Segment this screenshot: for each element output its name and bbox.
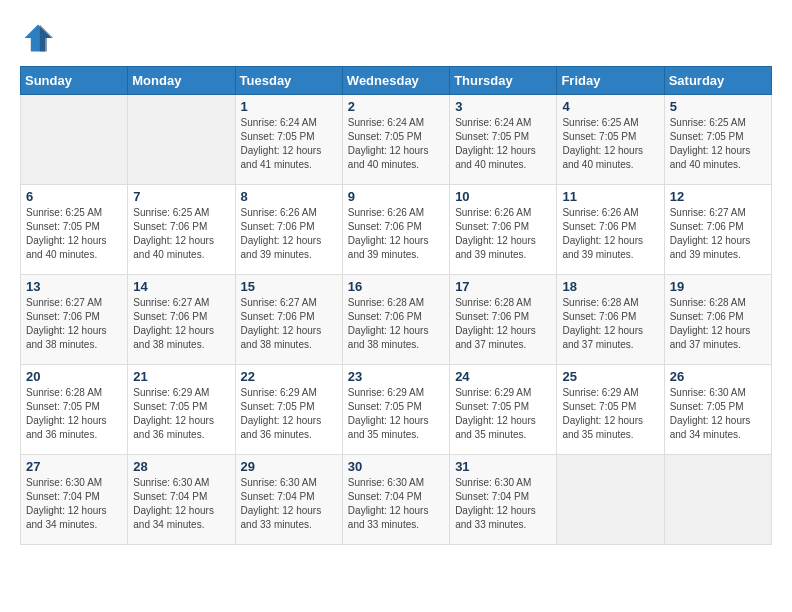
day-number: 6 [26,189,122,204]
day-info: Sunrise: 6:28 AMSunset: 7:05 PMDaylight:… [26,386,122,442]
calendar-cell: 30Sunrise: 6:30 AMSunset: 7:04 PMDayligh… [342,455,449,545]
day-info: Sunrise: 6:27 AMSunset: 7:06 PMDaylight:… [26,296,122,352]
day-info: Sunrise: 6:25 AMSunset: 7:05 PMDaylight:… [26,206,122,262]
day-number: 19 [670,279,766,294]
calendar-cell [21,95,128,185]
day-info: Sunrise: 6:30 AMSunset: 7:04 PMDaylight:… [133,476,229,532]
calendar-cell: 9Sunrise: 6:26 AMSunset: 7:06 PMDaylight… [342,185,449,275]
day-number: 20 [26,369,122,384]
day-number: 18 [562,279,658,294]
calendar-cell: 31Sunrise: 6:30 AMSunset: 7:04 PMDayligh… [450,455,557,545]
calendar-cell: 18Sunrise: 6:28 AMSunset: 7:06 PMDayligh… [557,275,664,365]
calendar-cell: 14Sunrise: 6:27 AMSunset: 7:06 PMDayligh… [128,275,235,365]
calendar-cell: 16Sunrise: 6:28 AMSunset: 7:06 PMDayligh… [342,275,449,365]
day-info: Sunrise: 6:24 AMSunset: 7:05 PMDaylight:… [455,116,551,172]
day-number: 27 [26,459,122,474]
day-info: Sunrise: 6:30 AMSunset: 7:05 PMDaylight:… [670,386,766,442]
page-header [20,20,772,56]
day-info: Sunrise: 6:30 AMSunset: 7:04 PMDaylight:… [26,476,122,532]
calendar-cell: 1Sunrise: 6:24 AMSunset: 7:05 PMDaylight… [235,95,342,185]
day-number: 25 [562,369,658,384]
calendar-cell [664,455,771,545]
day-info: Sunrise: 6:25 AMSunset: 7:06 PMDaylight:… [133,206,229,262]
svg-marker-1 [40,25,54,52]
calendar-table: SundayMondayTuesdayWednesdayThursdayFrid… [20,66,772,545]
day-number: 16 [348,279,444,294]
day-info: Sunrise: 6:28 AMSunset: 7:06 PMDaylight:… [670,296,766,352]
calendar-cell: 11Sunrise: 6:26 AMSunset: 7:06 PMDayligh… [557,185,664,275]
calendar-week-row: 1Sunrise: 6:24 AMSunset: 7:05 PMDaylight… [21,95,772,185]
weekday-header-wednesday: Wednesday [342,67,449,95]
calendar-cell: 20Sunrise: 6:28 AMSunset: 7:05 PMDayligh… [21,365,128,455]
day-number: 30 [348,459,444,474]
day-number: 24 [455,369,551,384]
calendar-week-row: 6Sunrise: 6:25 AMSunset: 7:05 PMDaylight… [21,185,772,275]
calendar-cell: 19Sunrise: 6:28 AMSunset: 7:06 PMDayligh… [664,275,771,365]
day-number: 23 [348,369,444,384]
day-info: Sunrise: 6:24 AMSunset: 7:05 PMDaylight:… [348,116,444,172]
calendar-cell: 25Sunrise: 6:29 AMSunset: 7:05 PMDayligh… [557,365,664,455]
day-info: Sunrise: 6:26 AMSunset: 7:06 PMDaylight:… [455,206,551,262]
day-info: Sunrise: 6:24 AMSunset: 7:05 PMDaylight:… [241,116,337,172]
logo-icon [20,20,56,56]
calendar-week-row: 20Sunrise: 6:28 AMSunset: 7:05 PMDayligh… [21,365,772,455]
day-number: 26 [670,369,766,384]
day-number: 10 [455,189,551,204]
day-info: Sunrise: 6:27 AMSunset: 7:06 PMDaylight:… [670,206,766,262]
day-number: 13 [26,279,122,294]
calendar-cell: 17Sunrise: 6:28 AMSunset: 7:06 PMDayligh… [450,275,557,365]
day-number: 21 [133,369,229,384]
day-number: 22 [241,369,337,384]
day-number: 28 [133,459,229,474]
day-number: 17 [455,279,551,294]
calendar-cell: 6Sunrise: 6:25 AMSunset: 7:05 PMDaylight… [21,185,128,275]
day-info: Sunrise: 6:26 AMSunset: 7:06 PMDaylight:… [562,206,658,262]
day-info: Sunrise: 6:27 AMSunset: 7:06 PMDaylight:… [241,296,337,352]
day-info: Sunrise: 6:29 AMSunset: 7:05 PMDaylight:… [562,386,658,442]
day-info: Sunrise: 6:29 AMSunset: 7:05 PMDaylight:… [455,386,551,442]
calendar-cell: 3Sunrise: 6:24 AMSunset: 7:05 PMDaylight… [450,95,557,185]
calendar-cell: 5Sunrise: 6:25 AMSunset: 7:05 PMDaylight… [664,95,771,185]
day-number: 11 [562,189,658,204]
calendar-cell: 28Sunrise: 6:30 AMSunset: 7:04 PMDayligh… [128,455,235,545]
day-number: 15 [241,279,337,294]
calendar-cell: 22Sunrise: 6:29 AMSunset: 7:05 PMDayligh… [235,365,342,455]
calendar-week-row: 27Sunrise: 6:30 AMSunset: 7:04 PMDayligh… [21,455,772,545]
day-info: Sunrise: 6:27 AMSunset: 7:06 PMDaylight:… [133,296,229,352]
weekday-header-sunday: Sunday [21,67,128,95]
calendar-cell: 8Sunrise: 6:26 AMSunset: 7:06 PMDaylight… [235,185,342,275]
day-info: Sunrise: 6:25 AMSunset: 7:05 PMDaylight:… [562,116,658,172]
logo [20,20,60,56]
day-number: 9 [348,189,444,204]
day-info: Sunrise: 6:30 AMSunset: 7:04 PMDaylight:… [348,476,444,532]
day-number: 3 [455,99,551,114]
day-number: 2 [348,99,444,114]
day-info: Sunrise: 6:26 AMSunset: 7:06 PMDaylight:… [348,206,444,262]
calendar-header-row: SundayMondayTuesdayWednesdayThursdayFrid… [21,67,772,95]
day-info: Sunrise: 6:25 AMSunset: 7:05 PMDaylight:… [670,116,766,172]
weekday-header-saturday: Saturday [664,67,771,95]
day-info: Sunrise: 6:26 AMSunset: 7:06 PMDaylight:… [241,206,337,262]
calendar-cell: 4Sunrise: 6:25 AMSunset: 7:05 PMDaylight… [557,95,664,185]
calendar-cell: 13Sunrise: 6:27 AMSunset: 7:06 PMDayligh… [21,275,128,365]
calendar-cell: 24Sunrise: 6:29 AMSunset: 7:05 PMDayligh… [450,365,557,455]
day-number: 12 [670,189,766,204]
calendar-cell: 23Sunrise: 6:29 AMSunset: 7:05 PMDayligh… [342,365,449,455]
calendar-cell: 12Sunrise: 6:27 AMSunset: 7:06 PMDayligh… [664,185,771,275]
day-info: Sunrise: 6:30 AMSunset: 7:04 PMDaylight:… [455,476,551,532]
calendar-cell: 29Sunrise: 6:30 AMSunset: 7:04 PMDayligh… [235,455,342,545]
calendar-cell: 2Sunrise: 6:24 AMSunset: 7:05 PMDaylight… [342,95,449,185]
day-info: Sunrise: 6:28 AMSunset: 7:06 PMDaylight:… [455,296,551,352]
day-number: 31 [455,459,551,474]
day-number: 1 [241,99,337,114]
day-number: 8 [241,189,337,204]
day-info: Sunrise: 6:29 AMSunset: 7:05 PMDaylight:… [241,386,337,442]
day-number: 7 [133,189,229,204]
day-info: Sunrise: 6:28 AMSunset: 7:06 PMDaylight:… [348,296,444,352]
weekday-header-monday: Monday [128,67,235,95]
day-info: Sunrise: 6:29 AMSunset: 7:05 PMDaylight:… [348,386,444,442]
weekday-header-thursday: Thursday [450,67,557,95]
calendar-cell [128,95,235,185]
calendar-cell: 10Sunrise: 6:26 AMSunset: 7:06 PMDayligh… [450,185,557,275]
calendar-cell [557,455,664,545]
